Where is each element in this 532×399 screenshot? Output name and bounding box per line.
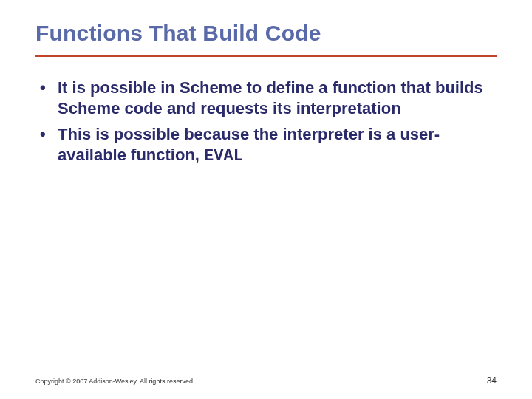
bullet-item: This is possible because the interpreter… [35, 124, 497, 166]
slide-title: Functions That Build Code [35, 21, 497, 46]
copyright-text: Copyright © 2007 Addison-Wesley. All rig… [35, 378, 194, 385]
footer: Copyright © 2007 Addison-Wesley. All rig… [35, 375, 497, 386]
bullet-item: It is possible in Scheme to define a fun… [35, 78, 497, 120]
slide: Functions That Build Code It is possible… [0, 0, 532, 399]
slide-body: It is possible in Scheme to define a fun… [35, 78, 497, 166]
title-rule [35, 55, 497, 57]
bullet-list: It is possible in Scheme to define a fun… [35, 78, 497, 166]
bullet-text: It is possible in Scheme to define a fun… [58, 78, 483, 117]
bullet-text: This is possible because the interpreter… [58, 125, 440, 164]
bullet-code: EVAL [204, 147, 243, 166]
page-number: 34 [487, 375, 497, 386]
